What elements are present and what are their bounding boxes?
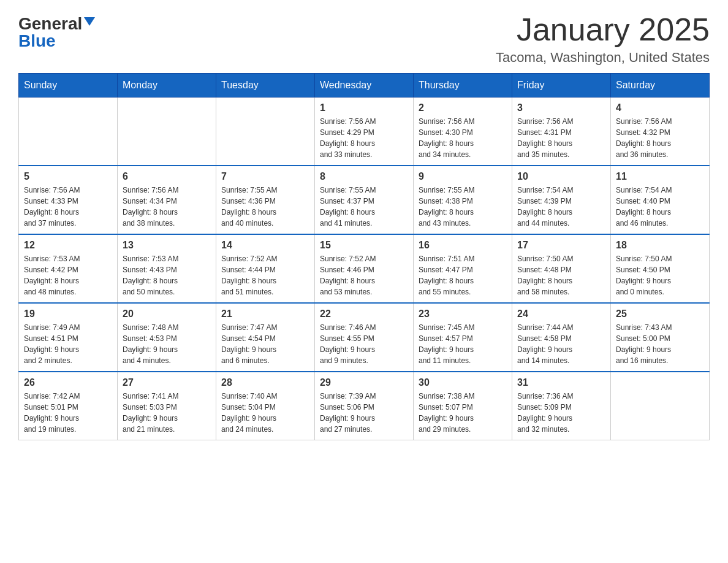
calendar-cell: 18Sunrise: 7:50 AM Sunset: 4:50 PM Dayli… — [611, 234, 710, 303]
calendar-cell: 14Sunrise: 7:52 AM Sunset: 4:44 PM Dayli… — [216, 234, 315, 303]
day-number: 15 — [320, 240, 408, 251]
day-number: 29 — [320, 377, 408, 388]
day-number: 30 — [419, 377, 507, 388]
calendar-week-4: 19Sunrise: 7:49 AM Sunset: 4:51 PM Dayli… — [19, 303, 710, 372]
header-monday: Monday — [118, 74, 216, 98]
day-number: 26 — [24, 377, 112, 388]
page-header: General Blue January 2025 Tacoma, Washin… — [18, 12, 710, 66]
calendar-cell: 9Sunrise: 7:55 AM Sunset: 4:38 PM Daylig… — [414, 166, 512, 234]
calendar-week-3: 12Sunrise: 7:53 AM Sunset: 4:42 PM Dayli… — [19, 234, 710, 303]
day-number: 14 — [221, 240, 309, 251]
calendar-week-5: 26Sunrise: 7:42 AM Sunset: 5:01 PM Dayli… — [19, 372, 710, 440]
header-wednesday: Wednesday — [315, 74, 414, 98]
calendar-cell: 1Sunrise: 7:56 AM Sunset: 4:29 PM Daylig… — [315, 98, 414, 166]
calendar-cell: 4Sunrise: 7:56 AM Sunset: 4:32 PM Daylig… — [611, 98, 710, 166]
day-info: Sunrise: 7:56 AM Sunset: 4:32 PM Dayligh… — [616, 116, 704, 160]
day-number: 8 — [320, 171, 408, 182]
day-info: Sunrise: 7:40 AM Sunset: 5:04 PM Dayligh… — [221, 391, 309, 435]
calendar-cell: 27Sunrise: 7:41 AM Sunset: 5:03 PM Dayli… — [118, 372, 216, 440]
calendar-cell — [118, 98, 216, 166]
day-info: Sunrise: 7:56 AM Sunset: 4:34 PM Dayligh… — [123, 185, 211, 229]
day-info: Sunrise: 7:56 AM Sunset: 4:31 PM Dayligh… — [517, 116, 605, 160]
calendar-cell — [19, 98, 118, 166]
calendar-header-row: SundayMondayTuesdayWednesdayThursdayFrid… — [19, 74, 710, 98]
calendar-cell: 29Sunrise: 7:39 AM Sunset: 5:06 PM Dayli… — [315, 372, 414, 440]
calendar-table: SundayMondayTuesdayWednesdayThursdayFrid… — [18, 73, 710, 440]
day-info: Sunrise: 7:55 AM Sunset: 4:37 PM Dayligh… — [320, 185, 408, 229]
calendar-cell: 3Sunrise: 7:56 AM Sunset: 4:31 PM Daylig… — [512, 98, 611, 166]
logo-blue: Blue — [18, 33, 56, 50]
calendar-cell — [611, 372, 710, 440]
day-info: Sunrise: 7:39 AM Sunset: 5:06 PM Dayligh… — [320, 391, 408, 435]
calendar-cell: 20Sunrise: 7:48 AM Sunset: 4:53 PM Dayli… — [118, 303, 216, 372]
day-info: Sunrise: 7:51 AM Sunset: 4:47 PM Dayligh… — [419, 253, 507, 297]
calendar-week-2: 5Sunrise: 7:56 AM Sunset: 4:33 PM Daylig… — [19, 166, 710, 234]
calendar-cell: 5Sunrise: 7:56 AM Sunset: 4:33 PM Daylig… — [19, 166, 118, 234]
logo: General Blue — [18, 12, 95, 50]
location-title: Tacoma, Washington, United States — [496, 50, 710, 66]
calendar-cell: 31Sunrise: 7:36 AM Sunset: 5:09 PM Dayli… — [512, 372, 611, 440]
calendar-cell: 7Sunrise: 7:55 AM Sunset: 4:36 PM Daylig… — [216, 166, 315, 234]
day-info: Sunrise: 7:53 AM Sunset: 4:42 PM Dayligh… — [24, 253, 112, 297]
day-number: 17 — [517, 240, 605, 251]
day-number: 11 — [616, 171, 704, 182]
logo-triangle-icon — [84, 17, 95, 26]
calendar-cell: 11Sunrise: 7:54 AM Sunset: 4:40 PM Dayli… — [611, 166, 710, 234]
day-number: 7 — [221, 171, 309, 182]
day-number: 18 — [616, 240, 704, 251]
header-tuesday: Tuesday — [216, 74, 315, 98]
day-info: Sunrise: 7:55 AM Sunset: 4:36 PM Dayligh… — [221, 185, 309, 229]
day-info: Sunrise: 7:50 AM Sunset: 4:50 PM Dayligh… — [616, 253, 704, 297]
calendar-cell: 13Sunrise: 7:53 AM Sunset: 4:43 PM Dayli… — [118, 234, 216, 303]
day-number: 2 — [419, 102, 507, 113]
day-number: 28 — [221, 377, 309, 388]
day-info: Sunrise: 7:56 AM Sunset: 4:29 PM Dayligh… — [320, 116, 408, 160]
day-number: 24 — [517, 308, 605, 320]
calendar-cell: 10Sunrise: 7:54 AM Sunset: 4:39 PM Dayli… — [512, 166, 611, 234]
header-friday: Friday — [512, 74, 611, 98]
calendar-cell: 2Sunrise: 7:56 AM Sunset: 4:30 PM Daylig… — [414, 98, 512, 166]
day-number: 19 — [24, 308, 112, 320]
logo-general: General — [18, 15, 82, 33]
calendar-cell: 24Sunrise: 7:44 AM Sunset: 4:58 PM Dayli… — [512, 303, 611, 372]
calendar-cell: 30Sunrise: 7:38 AM Sunset: 5:07 PM Dayli… — [414, 372, 512, 440]
calendar-cell — [216, 98, 315, 166]
day-info: Sunrise: 7:44 AM Sunset: 4:58 PM Dayligh… — [517, 322, 605, 366]
calendar-cell: 8Sunrise: 7:55 AM Sunset: 4:37 PM Daylig… — [315, 166, 414, 234]
day-info: Sunrise: 7:36 AM Sunset: 5:09 PM Dayligh… — [517, 391, 605, 435]
day-number: 22 — [320, 308, 408, 320]
calendar-cell: 15Sunrise: 7:52 AM Sunset: 4:46 PM Dayli… — [315, 234, 414, 303]
day-info: Sunrise: 7:56 AM Sunset: 4:30 PM Dayligh… — [419, 116, 507, 160]
day-number: 3 — [517, 102, 605, 113]
calendar-cell: 16Sunrise: 7:51 AM Sunset: 4:47 PM Dayli… — [414, 234, 512, 303]
calendar-cell: 26Sunrise: 7:42 AM Sunset: 5:01 PM Dayli… — [19, 372, 118, 440]
title-section: January 2025 Tacoma, Washington, United … — [496, 12, 710, 66]
day-info: Sunrise: 7:50 AM Sunset: 4:48 PM Dayligh… — [517, 253, 605, 297]
calendar-cell: 23Sunrise: 7:45 AM Sunset: 4:57 PM Dayli… — [414, 303, 512, 372]
calendar-cell: 21Sunrise: 7:47 AM Sunset: 4:54 PM Dayli… — [216, 303, 315, 372]
calendar-cell: 17Sunrise: 7:50 AM Sunset: 4:48 PM Dayli… — [512, 234, 611, 303]
day-info: Sunrise: 7:47 AM Sunset: 4:54 PM Dayligh… — [221, 322, 309, 366]
day-number: 12 — [24, 240, 112, 251]
day-number: 13 — [123, 240, 211, 251]
day-info: Sunrise: 7:42 AM Sunset: 5:01 PM Dayligh… — [24, 391, 112, 435]
calendar-cell: 25Sunrise: 7:43 AM Sunset: 5:00 PM Dayli… — [611, 303, 710, 372]
day-number: 9 — [419, 171, 507, 182]
header-thursday: Thursday — [414, 74, 512, 98]
day-info: Sunrise: 7:54 AM Sunset: 4:40 PM Dayligh… — [616, 185, 704, 229]
day-info: Sunrise: 7:53 AM Sunset: 4:43 PM Dayligh… — [123, 253, 211, 297]
day-info: Sunrise: 7:43 AM Sunset: 5:00 PM Dayligh… — [616, 322, 704, 366]
day-number: 4 — [616, 102, 704, 113]
header-saturday: Saturday — [611, 74, 710, 98]
calendar-cell: 19Sunrise: 7:49 AM Sunset: 4:51 PM Dayli… — [19, 303, 118, 372]
day-info: Sunrise: 7:45 AM Sunset: 4:57 PM Dayligh… — [419, 322, 507, 366]
day-info: Sunrise: 7:55 AM Sunset: 4:38 PM Dayligh… — [419, 185, 507, 229]
day-number: 6 — [123, 171, 211, 182]
calendar-week-1: 1Sunrise: 7:56 AM Sunset: 4:29 PM Daylig… — [19, 98, 710, 166]
calendar-cell: 6Sunrise: 7:56 AM Sunset: 4:34 PM Daylig… — [118, 166, 216, 234]
calendar-cell: 22Sunrise: 7:46 AM Sunset: 4:55 PM Dayli… — [315, 303, 414, 372]
day-number: 10 — [517, 171, 605, 182]
day-info: Sunrise: 7:48 AM Sunset: 4:53 PM Dayligh… — [123, 322, 211, 366]
month-title: January 2025 — [496, 12, 710, 47]
day-number: 27 — [123, 377, 211, 388]
